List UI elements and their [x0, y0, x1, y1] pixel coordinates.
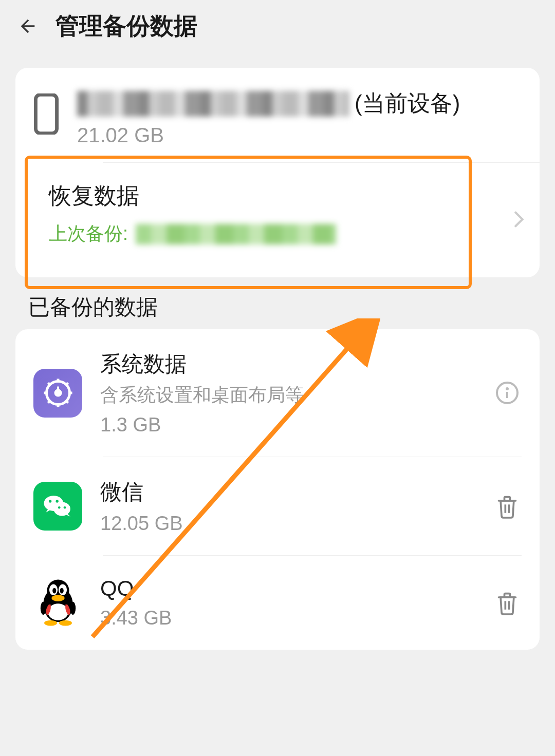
info-button[interactable] [493, 379, 522, 407]
delete-button[interactable] [493, 589, 522, 617]
wechat-app-icon [33, 482, 82, 531]
svg-point-25 [40, 602, 46, 615]
app-row-wechat[interactable]: 微信 12.05 GB [15, 457, 540, 555]
svg-point-12 [64, 506, 66, 509]
device-card: (当前设备) 21.02 GB 恢复数据 上次备份: [15, 68, 540, 277]
last-backup-label: 上次备份: [49, 221, 128, 247]
arrow-left-icon [17, 16, 38, 36]
svg-rect-0 [35, 94, 57, 133]
header: 管理备份数据 [0, 0, 555, 52]
svg-point-10 [55, 500, 58, 502]
info-icon [495, 381, 520, 405]
restore-subtitle: 上次备份: [49, 221, 509, 247]
app-desc: 含系统设置和桌面布局等 [100, 383, 475, 408]
svg-rect-1 [55, 104, 58, 110]
chevron-right-icon [514, 210, 524, 231]
svg-point-17 [48, 603, 68, 620]
delete-button[interactable] [493, 492, 522, 521]
svg-point-22 [51, 595, 64, 601]
app-row-qq[interactable]: QQ 3.43 GB [15, 556, 540, 650]
svg-point-26 [70, 602, 76, 615]
app-size: 3.43 GB [100, 607, 475, 629]
phone-icon [33, 93, 59, 137]
app-size: 12.05 GB [100, 513, 475, 535]
svg-point-21 [60, 588, 63, 594]
app-size: 1.3 GB [100, 414, 475, 436]
app-title: 系统数据 [100, 350, 475, 379]
back-button[interactable] [15, 14, 40, 39]
svg-point-23 [44, 620, 57, 626]
app-title: QQ [100, 576, 475, 601]
svg-rect-6 [506, 392, 508, 398]
svg-point-9 [49, 500, 51, 502]
page-title: 管理备份数据 [55, 10, 197, 42]
svg-point-24 [59, 620, 71, 626]
backup-apps-list: 系统数据 含系统设置和桌面布局等 1.3 GB [15, 329, 540, 650]
app-title: 微信 [100, 478, 475, 506]
svg-point-8 [53, 502, 70, 516]
app-row-system[interactable]: 系统数据 含系统设置和桌面布局等 1.3 GB [15, 329, 540, 457]
device-size: 21.02 GB [77, 124, 514, 147]
settings-app-icon [33, 369, 82, 418]
section-title: 已备份的数据 [28, 293, 529, 322]
svg-point-11 [58, 506, 61, 509]
device-row[interactable]: (当前设备) 21.02 GB [15, 68, 540, 162]
svg-point-5 [506, 387, 509, 390]
restore-row[interactable]: 恢复数据 上次备份: [103, 162, 540, 277]
qq-app-icon [33, 578, 82, 627]
last-backup-date-redacted [136, 224, 336, 244]
restore-title: 恢复数据 [49, 181, 509, 211]
trash-icon [496, 494, 519, 519]
device-suffix: (当前设备) [355, 88, 460, 119]
device-name-redacted [77, 91, 349, 117]
trash-icon [496, 591, 519, 615]
svg-point-20 [52, 588, 56, 594]
